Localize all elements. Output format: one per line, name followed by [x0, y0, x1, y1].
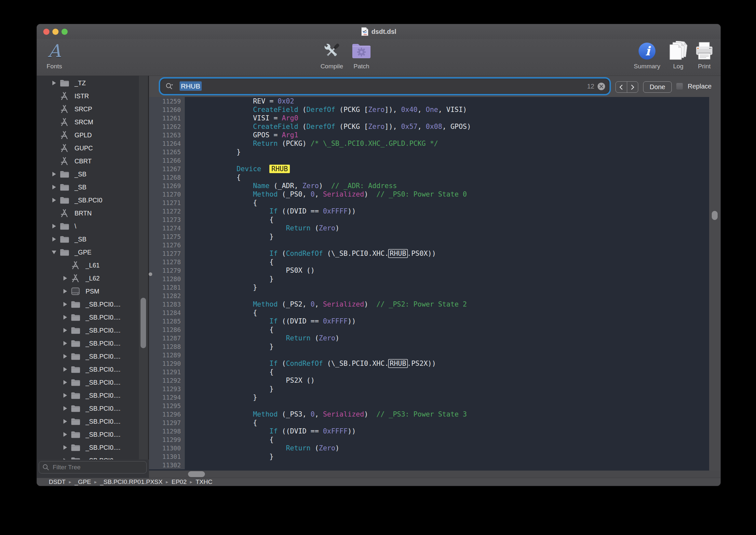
- code-line-content: Name (_ADR, Zero) // _ADR: Address: [185, 182, 397, 190]
- next-match-button[interactable]: [627, 82, 638, 93]
- search-icon[interactable]: [165, 82, 176, 90]
- replace-checkbox[interactable]: [676, 83, 683, 90]
- disclosure-triangle[interactable]: [50, 185, 58, 189]
- sidebar-item-_l62[interactable]: _L62: [37, 272, 139, 285]
- sidebar-item-_sb-pci0-[interactable]: _SB.PCI0....: [37, 402, 139, 415]
- disclosure-triangle[interactable]: [50, 251, 58, 254]
- line-number: 11287: [149, 334, 185, 342]
- disclosure-triangle[interactable]: [61, 354, 69, 359]
- find-input[interactable]: RHUB 12: [161, 79, 609, 94]
- log-button[interactable]: Log: [665, 40, 691, 70]
- sidebar-item-_sb-pci0-[interactable]: _SB.PCI0....: [37, 311, 139, 324]
- clear-search-button[interactable]: [598, 83, 605, 90]
- disclosure-triangle[interactable]: [50, 81, 58, 85]
- folder-icon: [69, 391, 82, 400]
- sidebar-item-gpld[interactable]: GPLD: [37, 128, 139, 142]
- disclosure-triangle[interactable]: [61, 302, 69, 307]
- breadcrumb-item-_sb-pci0-rp01-pxsx[interactable]: _SB.PCI0.RP01.PXSX: [100, 478, 163, 486]
- disclosure-triangle[interactable]: [61, 406, 69, 411]
- zoom-button[interactable]: [62, 29, 68, 35]
- line-number: 11295: [149, 402, 185, 410]
- line-number: 11283: [149, 300, 185, 308]
- fonts-button[interactable]: A Fonts: [40, 40, 69, 70]
- sidebar-item-gupc[interactable]: GUPC: [37, 142, 139, 155]
- patch-button[interactable]: Patch: [342, 40, 380, 70]
- disclosure-triangle[interactable]: [61, 289, 69, 294]
- sidebar-item-_tz[interactable]: _TZ: [37, 76, 139, 90]
- status-bar: DSDT▸_GPE▸_SB.PCI0.RP01.PXSX▸EP02▸TXHC: [37, 478, 720, 486]
- sidebar-item-_sb-pci0-[interactable]: _SB.PCI0....: [37, 363, 139, 376]
- disclosure-triangle[interactable]: [61, 367, 69, 372]
- folder-icon: [58, 235, 70, 243]
- code-line: 11296 Method (_PS3, 0, Serialized) // _P…: [149, 410, 709, 418]
- folder-icon: [58, 222, 70, 230]
- code-line: 11273 {: [149, 215, 709, 224]
- disclosure-triangle[interactable]: [50, 237, 58, 241]
- breadcrumb-item-txhc[interactable]: TXHC: [196, 478, 212, 486]
- code-line: 11300 Return (Zero): [149, 444, 709, 452]
- sidebar-item-cbrt[interactable]: CBRT: [37, 155, 139, 168]
- disclosure-triangle[interactable]: [61, 393, 69, 398]
- summary-button[interactable]: i Summary: [627, 40, 667, 70]
- sidebar-item-label: SRCP: [74, 105, 92, 113]
- disclosure-triangle[interactable]: [61, 419, 69, 424]
- close-button[interactable]: [43, 29, 49, 35]
- disclosure-triangle[interactable]: [61, 276, 69, 281]
- sidebar-item--[interactable]: \: [37, 220, 139, 233]
- breadcrumb-item-_gpe[interactable]: _GPE: [74, 478, 91, 486]
- sidebar-item-psm[interactable]: PSM: [37, 285, 139, 298]
- sidebar-item-_gpe[interactable]: _GPE: [37, 246, 139, 259]
- sidebar-item-_sb-pci0-[interactable]: _SB.PCI0....: [37, 415, 139, 428]
- filter-tree-field[interactable]: [39, 461, 147, 473]
- sidebar-item-_sb-pci0-[interactable]: _SB.PCI0....: [37, 441, 139, 454]
- disclosure-triangle[interactable]: [61, 315, 69, 320]
- filter-tree-input[interactable]: [52, 464, 135, 471]
- code-line: 11259 REV = 0x02: [149, 97, 709, 105]
- navigator-tree[interactable]: _TZISTRSRCPSRCMGPLDGUPCCBRT_SB_SB_SB.PCI…: [37, 76, 139, 460]
- sidebar-item-_sb-pci0-[interactable]: _SB.PCI0....: [37, 389, 139, 402]
- editor-vertical-scrollbar-thumb[interactable]: [712, 211, 717, 220]
- sidebar-item-srcp[interactable]: SRCP: [37, 102, 139, 116]
- sidebar-item-istr[interactable]: ISTR: [37, 90, 139, 102]
- code-editor[interactable]: 11259 REV = 0x0211260 CreateField (Deref…: [149, 97, 709, 470]
- disclosure-triangle[interactable]: [50, 198, 58, 202]
- sidebar-item-_sb-pci0[interactable]: _SB.PCI0: [37, 454, 139, 460]
- sidebar-item-_sb-pci0-[interactable]: _SB.PCI0....: [37, 324, 139, 337]
- method-icon: [69, 261, 82, 270]
- print-button[interactable]: Print: [689, 40, 719, 70]
- sidebar-item-_sb-pci0-[interactable]: _SB.PCI0....: [37, 428, 139, 441]
- sidebar-item-_sb-pci0[interactable]: _SB.PCI0: [37, 194, 139, 207]
- disclosure-triangle[interactable]: [50, 224, 58, 228]
- sidebar-item-_sb-pci0-[interactable]: _SB.PCI0....: [37, 350, 139, 363]
- disclosure-triangle[interactable]: [61, 341, 69, 346]
- sidebar-item-label: _SB.PCI0: [86, 457, 114, 460]
- disclosure-triangle[interactable]: [61, 432, 69, 437]
- find-navigation: [615, 81, 638, 93]
- code-line-content: [185, 241, 203, 249]
- editor-horizontal-scrollbar-thumb[interactable]: [188, 471, 205, 477]
- sidebar-item-_sb-pci0-[interactable]: _SB.PCI0....: [37, 298, 139, 311]
- sidebar-item-_sb[interactable]: _SB: [37, 181, 139, 194]
- pane-divider-handle[interactable]: [148, 272, 152, 276]
- sidebar-item-brtn[interactable]: BRTN: [37, 207, 139, 220]
- folder-icon: [58, 170, 70, 178]
- breadcrumb-item-dsdt[interactable]: DSDT: [49, 478, 66, 486]
- disclosure-triangle[interactable]: [61, 328, 69, 333]
- disclosure-triangle[interactable]: [61, 380, 69, 385]
- sidebar-item-srcm[interactable]: SRCM: [37, 116, 139, 128]
- disclosure-triangle[interactable]: [50, 172, 58, 176]
- breadcrumb-item-ep02[interactable]: EP02: [172, 478, 186, 486]
- sidebar-item-_sb[interactable]: _SB: [37, 168, 139, 181]
- sidebar-item-_sb-pci0-[interactable]: _SB.PCI0....: [37, 376, 139, 389]
- code-line: 11301 }: [149, 452, 709, 461]
- sidebar-item-_l61[interactable]: _L61: [37, 259, 139, 272]
- minimize-button[interactable]: [52, 29, 59, 35]
- method-icon: [69, 274, 82, 283]
- sidebar-scrollbar-thumb[interactable]: [141, 298, 146, 348]
- sidebar-item-_sb[interactable]: _SB: [37, 233, 139, 246]
- sidebar-item-_sb-pci0-[interactable]: _SB.PCI0....: [37, 337, 139, 350]
- line-number: 11260: [149, 105, 185, 114]
- done-button[interactable]: Done: [643, 81, 672, 93]
- disclosure-triangle[interactable]: [61, 445, 69, 450]
- previous-match-button[interactable]: [616, 82, 627, 93]
